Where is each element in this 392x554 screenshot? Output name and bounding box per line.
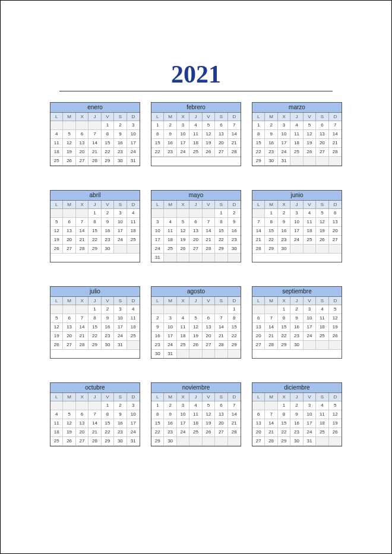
day-cell [252,209,265,218]
day-cell: 23 [114,428,127,437]
day-cell [329,437,342,446]
day-cell: 26 [203,148,215,157]
day-cell: 24 [304,428,316,437]
dow-cell: J [290,201,303,209]
day-cell: 2 [102,209,114,218]
day-cell: 19 [177,236,189,245]
day-cell: 21 [203,236,215,245]
dow-cell: L [151,393,164,401]
day-cell: 13 [329,218,342,227]
month-name: octubre [50,383,140,393]
dow-cell: M [164,297,176,305]
day-cell: 14 [252,227,265,236]
week-row: 18192021222324 [50,148,140,157]
day-cell [177,305,189,314]
day-cell: 15 [215,227,227,236]
day-cell: 10 [151,227,164,236]
day-cell: 28 [76,341,88,350]
day-cell [164,157,176,157]
day-cell: 1 [102,401,114,410]
day-cell: 8 [88,314,101,323]
day-cell: 21 [228,419,241,428]
day-cell: 3 [177,401,189,410]
day-cell: 14 [265,419,277,428]
day-cell: 19 [316,227,328,236]
dow-cell: M [164,393,176,401]
day-cell [215,157,227,157]
dow-cell: J [189,201,202,209]
day-cell: 8 [88,218,101,227]
day-cell: 7 [88,130,101,139]
day-cell: 12 [189,323,202,332]
day-cell [50,401,63,410]
dow-cell: S [215,393,227,401]
day-cell: 28 [265,341,277,350]
day-cell: 29 [278,437,290,446]
day-cell: 21 [252,236,265,245]
day-cell: 5 [177,218,189,227]
day-cell: 5 [50,218,63,227]
day-cell: 3 [304,305,316,314]
day-cell: 19 [203,419,215,428]
day-cell: 15 [228,323,241,332]
dow-cell: V [304,297,316,305]
day-cell: 25 [290,148,303,157]
day-cell [189,254,202,262]
day-cell: 4 [290,121,303,130]
day-cell: 9 [290,314,303,323]
months-grid: eneroLMXJVSD1234567891011121314151617181… [50,102,342,447]
day-cell: 24 [177,148,189,157]
day-cell: 15 [278,323,290,332]
week-row: 123456 [252,209,342,218]
day-cell: 13 [76,139,88,148]
week-row [151,157,241,157]
day-cell: 31 [151,254,164,262]
day-cell [151,157,164,157]
week-row: 18192021222324 [50,428,140,437]
dow-row: LMXJVSD [50,113,140,121]
dow-cell: M [265,297,277,305]
dow-cell: M [265,113,277,121]
day-cell: 31 [127,437,140,446]
day-cell: 9 [164,410,176,419]
day-cell: 6 [215,121,227,130]
day-cell: 21 [76,236,88,245]
day-cell: 6 [252,410,265,419]
day-cell: 7 [252,218,265,227]
dow-cell: L [252,201,265,209]
dow-cell: X [76,113,88,121]
day-cell: 7 [329,121,342,130]
day-cell: 29 [88,341,101,350]
week-row: 21222324252627 [252,236,342,245]
day-cell: 10 [177,410,189,419]
month-name: septiembre [252,287,342,297]
day-cell: 21 [265,332,277,341]
day-cell: 28 [76,245,88,254]
dow-cell: X [278,113,290,121]
day-cell: 20 [76,428,88,437]
day-cell: 22 [151,148,164,157]
dow-cell: D [329,201,342,209]
day-cell: 23 [228,236,241,245]
day-cell [304,245,316,254]
day-cell: 27 [329,236,342,245]
day-cell: 29 [151,437,164,446]
dow-cell: D [228,113,241,121]
day-cell: 5 [203,121,215,130]
day-cell: 7 [228,121,241,130]
day-cell: 29 [102,437,114,446]
day-cell [228,437,241,446]
week-row: 17181920212223 [151,236,241,245]
month-block: noviembreLMXJVSD123456789101112131415161… [151,382,241,447]
day-cell: 13 [215,130,227,139]
day-cell: 8 [228,314,241,323]
day-cell: 21 [88,428,101,437]
dow-cell: S [114,297,127,305]
day-cell: 11 [127,314,140,323]
week-row: 15161718192021 [151,139,241,148]
day-cell: 27 [215,428,227,437]
day-cell [88,401,101,410]
day-cell [252,401,265,410]
day-cell: 16 [151,332,164,341]
day-cell: 11 [50,419,63,428]
